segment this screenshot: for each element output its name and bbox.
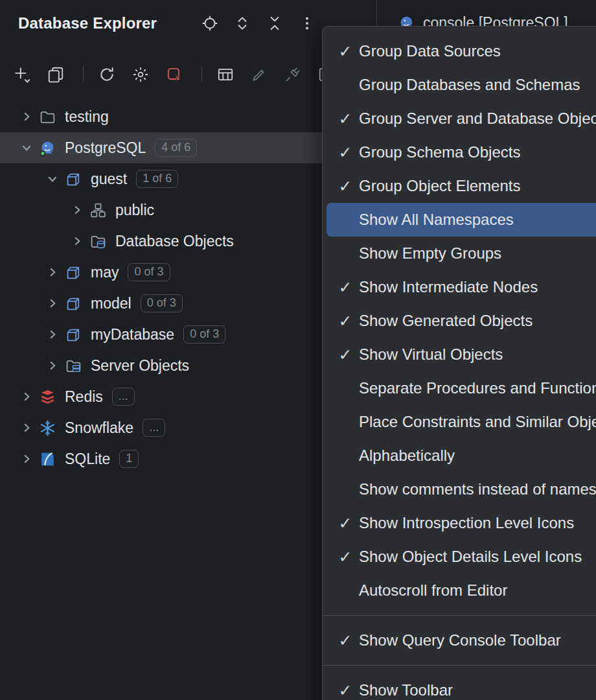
tree-row-snowflake[interactable]: Snowflake ... <box>0 412 376 443</box>
count-badge: 4 of 6 <box>155 139 197 157</box>
count-badge: 1 <box>119 450 139 468</box>
menu-item[interactable]: ✓Show Object Details Level Icons <box>327 540 596 574</box>
tree-item-label: public <box>115 202 154 219</box>
tree-item-label: model <box>91 295 132 312</box>
menu-item[interactable]: Show comments instead of names <box>327 472 596 506</box>
locate-icon[interactable] <box>201 14 219 32</box>
edit-icon[interactable] <box>250 65 268 84</box>
checkmark-icon: ✓ <box>332 312 359 331</box>
menu-item[interactable]: ✓Show Generated Objects <box>327 304 596 338</box>
database-icon <box>65 295 82 312</box>
checkmark-icon: ✓ <box>332 548 359 566</box>
menu-item[interactable]: ✓Group Server and Database Objects <box>327 102 596 135</box>
checkmark-icon: ✓ <box>332 681 359 700</box>
database-objects-folder-icon <box>89 233 107 250</box>
count-badge: ... <box>112 388 135 406</box>
menu-item[interactable]: Separate Procedures and Functions <box>327 371 596 405</box>
tree-item-label: SQLite <box>65 450 110 468</box>
menu-item[interactable]: Place Constraints and Similar Objects <box>327 405 596 439</box>
tree-row-postgresql[interactable]: PostgreSQL 4 of 6 <box>0 132 376 163</box>
menu-item[interactable]: ✓Show Toolbar <box>327 673 596 700</box>
menu-item[interactable]: ✓Show Virtual Objects <box>327 338 596 371</box>
menu-item-label: Show Generated Objects <box>359 312 533 330</box>
sqlite-icon <box>39 450 56 468</box>
menu-item-label: Show All Namespaces <box>359 211 514 229</box>
menu-item-label: Group Object Elements <box>359 177 520 195</box>
tree-row-server-objects[interactable]: Server Objects <box>0 350 376 381</box>
tree-row-model[interactable]: model 0 of 3 <box>0 288 376 319</box>
chevron-right-icon[interactable] <box>16 110 38 123</box>
menu-item[interactable]: ✓Group Schema Objects <box>327 135 596 169</box>
tree-item-label: Database Objects <box>115 233 234 250</box>
collapse-all-icon[interactable] <box>266 14 284 32</box>
snowflake-icon <box>39 419 56 437</box>
chevron-right-icon[interactable] <box>16 390 38 403</box>
menu-item[interactable]: ✓Group Data Sources <box>327 34 596 68</box>
database-icon <box>65 326 82 344</box>
menu-item[interactable]: ✓Show Query Console Toolbar <box>327 624 596 657</box>
redis-icon <box>39 388 56 406</box>
tree-row-database-objects[interactable]: Database Objects <box>0 226 376 257</box>
panel-header-actions <box>201 0 316 47</box>
duplicate-icon[interactable] <box>47 65 65 84</box>
count-badge: 0 of 3 <box>183 325 225 344</box>
toolbar-separator <box>83 67 84 82</box>
chevron-right-icon[interactable] <box>16 421 38 434</box>
database-icon <box>65 264 82 281</box>
menu-item[interactable]: ✓Group Object Elements <box>327 169 596 203</box>
tree-item-label: may <box>91 264 119 281</box>
menu-item-label: Alphabetically <box>359 447 455 465</box>
menu-item-label: Show Empty Groups <box>359 244 501 262</box>
tree-row-mydatabase[interactable]: myDatabase 0 of 3 <box>0 319 376 350</box>
tree-item-label: guest <box>91 170 127 188</box>
checkmark-icon: ✓ <box>332 110 359 128</box>
settings-gear-icon[interactable] <box>132 65 150 84</box>
database-icon <box>65 170 82 188</box>
menu-item[interactable]: Autoscroll from Editor <box>327 574 596 607</box>
tree-row-sqlite[interactable]: SQLite 1 <box>0 443 376 474</box>
cancel-running-statements-icon[interactable] <box>165 65 183 84</box>
chevron-right-icon[interactable] <box>41 297 63 310</box>
tree-row-may[interactable]: may 0 of 3 <box>0 257 376 288</box>
table-icon[interactable] <box>216 65 235 84</box>
menu-item-label: Group Server and Database Objects <box>359 110 596 128</box>
menu-item[interactable]: Show Empty Groups <box>327 237 596 270</box>
chevron-right-icon[interactable] <box>66 235 88 248</box>
expand-all-icon[interactable] <box>233 14 251 32</box>
chevron-right-icon[interactable] <box>16 452 38 465</box>
view-options-menu: ✓Group Data Sources Group Databases and … <box>322 26 596 700</box>
tree-item-label: Server Objects <box>91 357 189 375</box>
chevron-down-icon[interactable] <box>16 141 38 154</box>
panel-header: Database Explorer <box>0 0 376 47</box>
menu-item[interactable]: ✓Show Intermediate Nodes <box>327 270 596 304</box>
postgresql-icon <box>39 139 56 157</box>
count-badge: 0 of 3 <box>128 263 170 281</box>
menu-item[interactable]: ✓Show Introspection Level Icons <box>327 506 596 540</box>
new-item-icon[interactable] <box>13 65 31 84</box>
refresh-icon[interactable] <box>98 65 116 84</box>
checkmark-icon: ✓ <box>332 631 359 650</box>
menu-item[interactable]: Alphabetically <box>327 439 596 472</box>
database-tree: testing PostgreSQL 4 of 6 guest 1 of 6 p… <box>0 101 376 474</box>
tree-row-redis[interactable]: Redis ... <box>0 381 376 412</box>
tree-row-public[interactable]: public <box>0 194 376 226</box>
chevron-right-icon[interactable] <box>41 328 63 341</box>
chevron-right-icon[interactable] <box>41 266 63 279</box>
chevron-down-icon[interactable] <box>41 172 63 185</box>
menu-item-label: Group Databases and Schemas <box>359 76 580 94</box>
toolbar-separator <box>201 67 202 82</box>
tree-row-testing[interactable]: testing <box>0 101 376 132</box>
menu-item-show-all-namespaces[interactable]: Show All Namespaces <box>327 203 596 237</box>
tree-item-label: Redis <box>65 388 103 406</box>
menu-item-label: Show Introspection Level Icons <box>359 514 574 532</box>
menu-item-label: Autoscroll from Editor <box>359 581 507 600</box>
more-options-icon[interactable] <box>298 14 316 32</box>
tree-row-guest[interactable]: guest 1 of 6 <box>0 163 376 194</box>
checkmark-icon: ✓ <box>332 345 359 364</box>
menu-item-label: Separate Procedures and Functions <box>359 379 596 397</box>
chevron-right-icon[interactable] <box>66 204 88 216</box>
chevron-right-icon[interactable] <box>41 359 63 372</box>
menu-item[interactable]: Group Databases and Schemas <box>327 68 596 102</box>
count-badge: 0 of 3 <box>141 294 183 312</box>
disconnect-icon[interactable] <box>284 65 302 84</box>
